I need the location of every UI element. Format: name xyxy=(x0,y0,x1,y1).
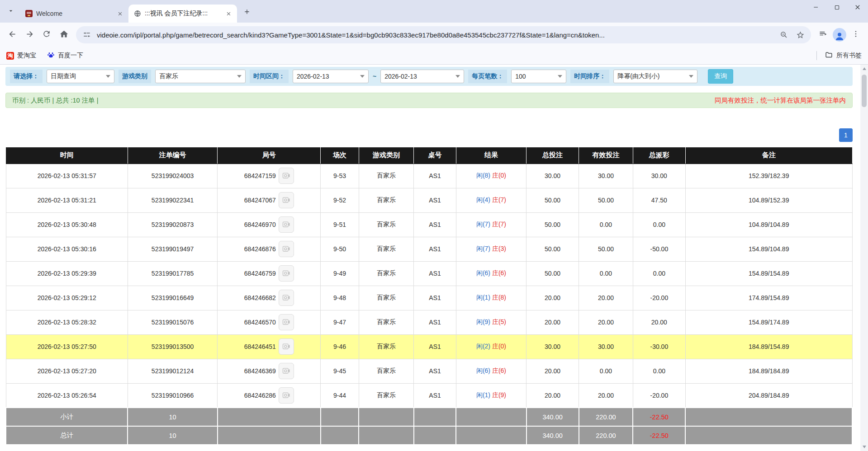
total-bet-link[interactable]: 30.00 xyxy=(526,334,579,359)
query-type-value: 日期查询 xyxy=(51,72,76,80)
minimize-button[interactable] xyxy=(806,0,826,16)
cell-bet-id: 523199012124 xyxy=(128,359,217,383)
table-body: 2026-02-13 05:31:57 523199024003 6842471… xyxy=(6,164,852,408)
window-controls xyxy=(806,0,868,16)
query-button[interactable]: 查询 xyxy=(708,69,733,84)
cell-payout: 30.00 xyxy=(633,164,685,188)
bookmark-baidu[interactable]: 百度一下 xyxy=(47,51,83,60)
bookmark-aitaobao[interactable]: 淘 爱淘宝 xyxy=(6,52,36,60)
media-controls-button[interactable] xyxy=(816,27,831,42)
banker-result: 庄(9) xyxy=(492,391,506,399)
total-bet-link[interactable]: 20.00 xyxy=(526,310,579,334)
video-replay-button[interactable] xyxy=(279,216,294,233)
video-replay-button[interactable] xyxy=(279,265,294,282)
date-from-select[interactable]: 2026-02-13 xyxy=(293,70,369,83)
date-to-select[interactable]: 2026-02-13 xyxy=(380,70,464,83)
close-tab-icon[interactable] xyxy=(116,9,124,18)
player-result: 闲(2) xyxy=(476,343,490,350)
round-id-text: 684246451 xyxy=(244,343,276,350)
maximize-button[interactable] xyxy=(826,0,847,16)
subtotal-valid-bet: 220.00 xyxy=(579,408,633,426)
cell-valid-bet: 50.00 xyxy=(579,188,633,212)
site-settings-tune-icon[interactable] xyxy=(81,28,93,41)
cell-result: 闲(6) 庄(6) xyxy=(456,261,526,286)
cell-payout: 0.00 xyxy=(633,359,685,383)
url-text[interactable]: videoie.com/ipl/portal.php/game/betrecor… xyxy=(97,31,774,39)
time-sort-label: 时间排序： xyxy=(570,70,609,83)
reload-button[interactable] xyxy=(39,27,54,42)
page-size-select[interactable]: 100 xyxy=(511,70,566,83)
media-controls-icon xyxy=(819,29,828,40)
total-bet-link[interactable]: 20.00 xyxy=(526,383,579,408)
video-replay-button[interactable] xyxy=(279,168,294,184)
banker-result: 庄(7) xyxy=(492,196,506,203)
chevron-down-icon xyxy=(558,75,562,78)
round-id-text: 684246570 xyxy=(244,319,276,326)
cell-time: 2026-02-13 05:31:21 xyxy=(6,188,128,212)
total-bet-link[interactable]: 50.00 xyxy=(526,188,579,212)
total-bet-link[interactable]: 50.00 xyxy=(526,212,579,237)
currency-total-text: 币别 : 人民币 | 总共 :10 注单 | xyxy=(12,96,98,105)
video-replay-button[interactable] xyxy=(279,290,294,306)
total-bet-link[interactable]: 30.00 xyxy=(526,164,579,188)
forward-button[interactable] xyxy=(22,27,37,42)
cell-result: 闲(8) 庄(0) xyxy=(456,164,526,188)
chevron-down-icon xyxy=(106,75,110,78)
round-id-text: 684247159 xyxy=(244,172,276,179)
cell-bet-id: 523199019497 xyxy=(128,237,217,261)
new-tab-button[interactable] xyxy=(241,6,253,19)
globe-icon xyxy=(134,10,141,17)
total-bet-link[interactable]: 50.00 xyxy=(526,237,579,261)
range-separator: ~ xyxy=(373,73,376,80)
close-window-button[interactable] xyxy=(847,0,868,16)
scrollbar-up-arrow-icon[interactable] xyxy=(860,66,868,72)
profile-avatar[interactable] xyxy=(833,28,846,42)
time-sort-select[interactable]: 降幂(由大到小) xyxy=(613,70,697,83)
cell-valid-bet: 50.00 xyxy=(579,237,633,261)
window-scrollbar[interactable] xyxy=(860,65,868,451)
header-note: 备注 xyxy=(685,147,852,164)
video-replay-button[interactable] xyxy=(279,241,294,257)
tab-search-button[interactable] xyxy=(5,5,17,18)
header-total-bet: 总投注 xyxy=(526,147,579,164)
back-button[interactable] xyxy=(5,27,20,42)
total-bet-link[interactable]: 20.00 xyxy=(526,359,579,383)
kebab-menu-icon xyxy=(852,30,860,40)
round-id-text: 684246369 xyxy=(244,367,276,375)
video-replay-button[interactable] xyxy=(279,338,294,355)
empty-cell xyxy=(359,408,414,426)
query-type-select[interactable]: 日期查询 xyxy=(47,70,114,83)
cell-result: 闲(7) 庄(7) xyxy=(456,212,526,237)
round-id-text: 684247067 xyxy=(244,197,276,204)
total-bet-link[interactable]: 50.00 xyxy=(526,261,579,286)
zoom-indicator-icon[interactable] xyxy=(778,28,790,41)
table-row: 2026-02-13 05:28:32 523199015076 6842465… xyxy=(6,310,852,334)
empty-cell xyxy=(321,426,359,445)
tab-welcome[interactable]: Welcome xyxy=(20,5,128,23)
table-row: 2026-02-13 05:30:16 523199019497 6842468… xyxy=(6,237,852,261)
page-1-button[interactable]: 1 xyxy=(839,128,853,142)
total-payout: -22.50 xyxy=(633,426,685,445)
tab-bet-record[interactable]: :::视讯 会员下注纪录::: xyxy=(128,5,237,23)
video-replay-button[interactable] xyxy=(279,314,294,330)
address-bar[interactable]: videoie.com/ipl/portal.php/game/betrecor… xyxy=(76,26,811,43)
cell-valid-bet: 30.00 xyxy=(579,164,633,188)
tab-strip: Welcome :::视讯 会员下注纪录::: xyxy=(0,0,868,23)
total-valid-bet: 220.00 xyxy=(579,426,633,445)
bookmark-star-icon[interactable] xyxy=(794,28,806,41)
video-replay-button[interactable] xyxy=(279,363,294,379)
home-button[interactable] xyxy=(56,27,71,42)
banker-result: 庄(0) xyxy=(492,343,506,350)
scrollbar-down-arrow-icon[interactable] xyxy=(860,444,868,450)
browser-menu-button[interactable] xyxy=(848,27,863,42)
game-type-select[interactable]: 百家乐 xyxy=(155,70,246,83)
cell-payout: 47.50 xyxy=(633,188,685,212)
player-result: 闲(8) xyxy=(476,172,490,179)
scrollbar-thumb[interactable] xyxy=(862,75,867,107)
close-tab-icon[interactable] xyxy=(224,9,232,18)
empty-cell xyxy=(456,408,526,426)
total-bet-link[interactable]: 20.00 xyxy=(526,286,579,310)
video-replay-button[interactable] xyxy=(279,192,294,208)
all-bookmarks-button[interactable]: 所有书签 xyxy=(816,51,862,60)
video-replay-button[interactable] xyxy=(279,387,294,404)
